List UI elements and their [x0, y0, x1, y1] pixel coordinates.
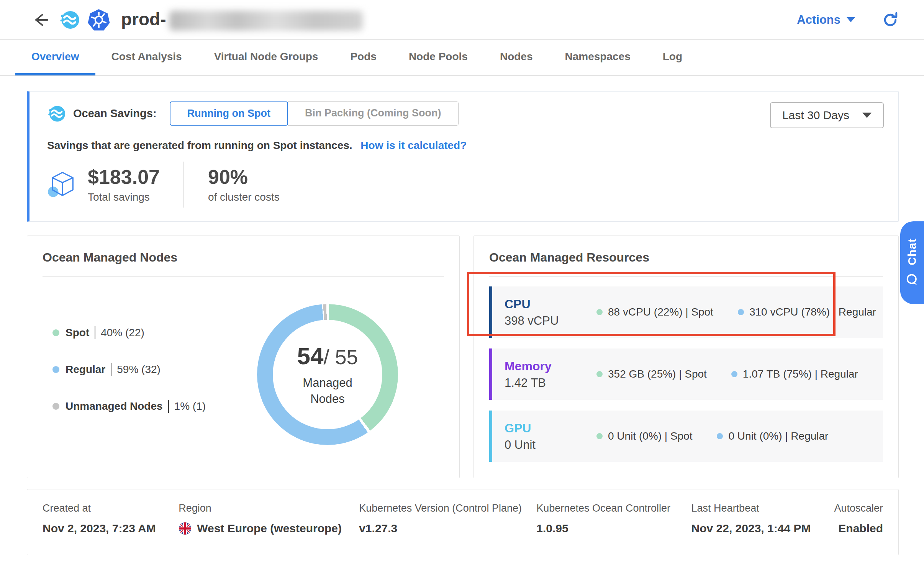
- tab-namespaces[interactable]: Namespaces: [549, 40, 646, 75]
- period-dropdown-value: Last 30 Days: [782, 109, 849, 122]
- tab-pods[interactable]: Pods: [334, 40, 392, 75]
- cluster-info-footer: Created at Nov 2, 2023, 7:23 AM Region W…: [27, 489, 899, 555]
- legend-item-regular: Regular 59% (32): [52, 363, 206, 376]
- gpu-regular-stat: 0 Unit (0%) | Regular: [717, 430, 828, 442]
- spot-dot-icon: [596, 433, 603, 439]
- chat-label: Chat: [906, 238, 919, 265]
- savings-cube-icon: [47, 169, 78, 200]
- tab-log[interactable]: Log: [647, 40, 698, 75]
- cpu-label: CPU: [505, 296, 596, 312]
- memory-regular-stat: 1.07 TB (75%) | Regular: [731, 368, 858, 380]
- footer-created-at: Created at Nov 2, 2023, 7:23 AM: [43, 502, 179, 535]
- footer-last-heartbeat: Last Heartbeat Nov 22, 2023, 1:44 PM: [691, 502, 834, 535]
- kubernetes-logo-icon: [87, 8, 110, 31]
- memory-label: Memory: [505, 358, 596, 375]
- managed-nodes-title: Ocean Managed Nodes: [43, 250, 444, 265]
- chat-bubble-icon: [905, 273, 919, 287]
- spot-dot-icon: [596, 371, 603, 377]
- gpu-spot-stat: 0 Unit (0%) | Spot: [596, 430, 692, 442]
- footer-autoscaler: Autoscaler Enabled: [834, 502, 883, 535]
- ocean-savings-banner: Ocean Savings: Running on Spot Bin Packi…: [27, 91, 899, 222]
- regular-dot-icon: [717, 433, 723, 439]
- ocean-logo-icon: [59, 9, 80, 31]
- spot-dot-icon: [596, 309, 603, 315]
- refresh-icon[interactable]: [882, 11, 899, 28]
- chevron-down-icon: [847, 17, 855, 22]
- managed-nodes-donut-chart: 54/ 55 Managed Nodes: [257, 304, 398, 445]
- legend-item-unmanaged: Unmanaged Nodes 1% (1): [52, 400, 206, 413]
- divider: [111, 363, 111, 376]
- managed-resources-title: Ocean Managed Resources: [489, 250, 883, 265]
- bin-packing-toggle[interactable]: Bin Packing (Coming Soon): [288, 101, 459, 126]
- period-dropdown[interactable]: Last 30 Days: [770, 102, 884, 128]
- resource-row-cpu: CPU 398 vCPU 88 vCPU (22%) | Spot 310 vC…: [489, 286, 883, 338]
- ocean-cluster-overview-page: prod- Actions Overview Cost Analysis Vir…: [0, 0, 924, 566]
- regular-dot-icon: [52, 366, 59, 373]
- cluster-costs-caption: of cluster costs: [208, 191, 280, 203]
- cpu-spot-stat: 88 vCPU (22%) | Spot: [596, 306, 713, 318]
- resource-row-memory: Memory 1.42 TB 352 GB (25%) | Spot 1.07 …: [489, 348, 883, 400]
- donut-center: 54/ 55 Managed Nodes: [273, 320, 382, 429]
- running-on-spot-toggle[interactable]: Running on Spot: [170, 101, 288, 126]
- uk-flag-icon: [179, 522, 192, 535]
- page-title: prod-: [121, 9, 363, 31]
- ocean-savings-icon: [47, 104, 66, 123]
- gpu-label: GPU: [505, 420, 596, 437]
- gpu-accent-bar: [489, 411, 492, 462]
- memory-spot-stat: 352 GB (25%) | Spot: [596, 368, 707, 380]
- actions-label: Actions: [797, 13, 840, 27]
- header: prod- Actions: [0, 0, 924, 40]
- divider: [95, 326, 95, 339]
- savings-description: Savings that are generated from running …: [47, 139, 352, 151]
- ocean-savings-label: Ocean Savings:: [47, 104, 157, 123]
- divider: [168, 400, 169, 413]
- gpu-total: 0 Unit: [505, 438, 596, 452]
- footer-k8s-version: Kubernetes Version (Control Plane) v1.27…: [359, 502, 536, 535]
- how-calculated-link[interactable]: How is it calculated?: [360, 139, 467, 151]
- regular-dot-icon: [738, 309, 744, 315]
- managed-nodes-count: 54/ 55: [297, 342, 358, 370]
- cpu-accent-bar: [489, 286, 492, 338]
- chevron-down-icon: [862, 113, 872, 118]
- tab-virtual-node-groups[interactable]: Virtual Node Groups: [198, 40, 334, 75]
- cpu-total: 398 vCPU: [505, 314, 596, 328]
- nodes-legend: Spot 40% (22) Regular 59% (32) Unmanaged…: [52, 326, 206, 445]
- actions-button[interactable]: Actions: [797, 13, 855, 27]
- total-savings-value: $183.07: [88, 166, 160, 189]
- cluster-name-redacted: [169, 11, 363, 31]
- footer-ocean-controller: Kubernetes Ocean Controller 1.0.95: [536, 502, 691, 535]
- chat-button[interactable]: Chat: [900, 221, 924, 304]
- memory-accent-bar: [489, 348, 492, 400]
- resource-row-gpu: GPU 0 Unit 0 Unit (0%) | Spot 0 Unit (0%…: [489, 411, 883, 462]
- cluster-costs-value: 90%: [208, 166, 280, 189]
- total-savings-stat: $183.07 Total savings: [88, 166, 160, 203]
- cluster-costs-stat: 90% of cluster costs: [208, 166, 280, 203]
- regular-dot-icon: [731, 371, 737, 377]
- tab-cost-analysis[interactable]: Cost Analysis: [95, 40, 198, 75]
- tab-bar: Overview Cost Analysis Virtual Node Grou…: [0, 40, 924, 76]
- footer-region: Region West Europe (westeurope): [179, 502, 359, 535]
- divider: [183, 162, 184, 208]
- ocean-managed-resources-card: Ocean Managed Resources CPU 398 vCPU 88 …: [473, 236, 899, 478]
- total-savings-caption: Total savings: [88, 191, 160, 203]
- header-actions: Actions: [797, 11, 899, 28]
- tab-nodes[interactable]: Nodes: [484, 40, 549, 75]
- savings-toggle: Running on Spot Bin Packing (Coming Soon…: [170, 101, 459, 126]
- back-arrow-icon[interactable]: [32, 11, 49, 28]
- ocean-managed-nodes-card: Ocean Managed Nodes Spot 40% (22) Regula…: [27, 236, 460, 478]
- cpu-regular-stat: 310 vCPU (78%) | Regular: [738, 306, 876, 318]
- tab-node-pools[interactable]: Node Pools: [393, 40, 484, 75]
- managed-nodes-caption: Managed Nodes: [289, 375, 366, 407]
- divider: [43, 276, 444, 276]
- divider: [489, 276, 883, 276]
- cluster-name-prefix: prod-: [121, 9, 166, 29]
- memory-total: 1.42 TB: [505, 376, 596, 390]
- tab-overview[interactable]: Overview: [15, 40, 95, 75]
- unmanaged-dot-icon: [52, 403, 59, 410]
- spot-dot-icon: [52, 329, 59, 336]
- legend-item-spot: Spot 40% (22): [52, 326, 206, 339]
